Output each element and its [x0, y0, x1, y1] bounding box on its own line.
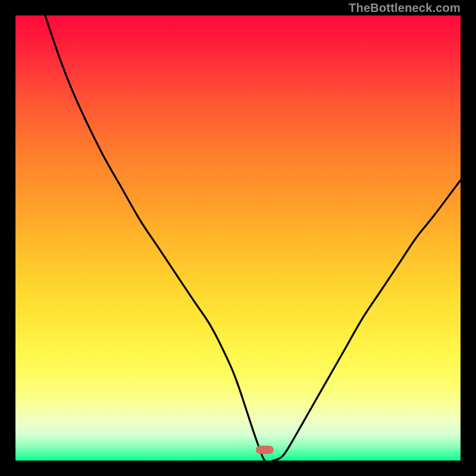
bottleneck-curve: [15, 15, 461, 461]
minimum-marker-icon: [256, 446, 274, 454]
chart-container: TheBottleneck.com: [0, 0, 476, 476]
plot-area: [15, 15, 461, 461]
watermark-text: TheBottleneck.com: [349, 1, 461, 15]
